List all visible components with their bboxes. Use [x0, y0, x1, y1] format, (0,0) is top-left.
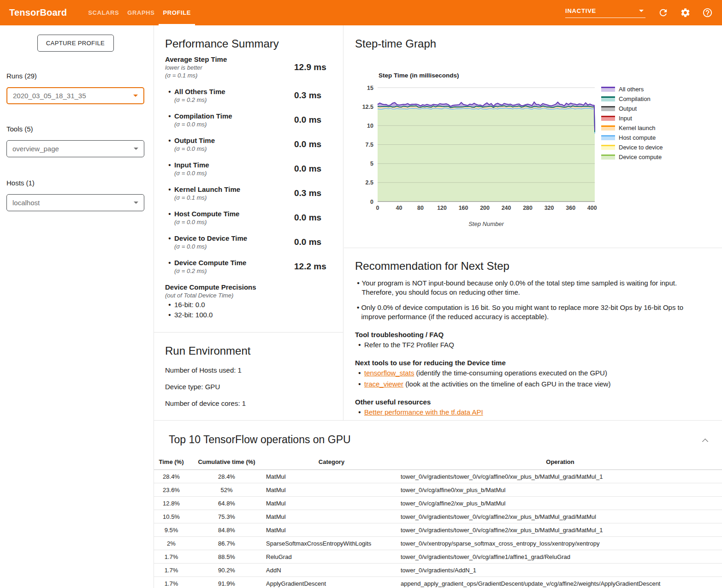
hosts-select-value: localhost: [12, 199, 40, 207]
bullet-item: •trace_viewer (look at the activities on…: [355, 380, 704, 389]
legend-item: Device to device: [601, 143, 663, 152]
svg-text:80: 80: [417, 205, 424, 211]
collapse-chevron-up-icon[interactable]: [702, 438, 708, 445]
metric-item: • Device to Device Time (σ = 0.0 ms) 0.0…: [165, 234, 332, 250]
metric-item: • Output Time (σ = 0.0 ms) 0.0 ms: [165, 136, 332, 153]
legend-swatch-icon: [601, 145, 615, 150]
status-dropdown[interactable]: INACTIVE: [565, 7, 645, 18]
caret-down-icon: [639, 10, 644, 12]
legend-swatch-icon: [601, 96, 615, 101]
metric-value: 12.2 ms: [294, 261, 332, 272]
resource-link[interactable]: Better performance with the tf.data API: [364, 408, 483, 416]
status-dropdown-value: INACTIVE: [565, 7, 596, 14]
legend-item: Compilation: [601, 94, 663, 104]
table-row: 1.7%90.2% AddNtower_0/v/gradients/AddN_1: [154, 564, 722, 577]
legend-item: All others: [601, 84, 663, 94]
tool-link[interactable]: trace_viewer: [364, 380, 403, 388]
device-compute-precisions: Device Compute Precisions (out of Total …: [165, 283, 332, 320]
help-icon[interactable]: [702, 7, 713, 18]
top-ops-section: Top 10 TensorFlow operations on GPU Time…: [154, 420, 722, 588]
run-env-line: Number of device cores: 1: [165, 399, 332, 407]
bullet: •: [165, 160, 174, 177]
metric-item: • All Others Time (σ = 0.2 ms) 0.3 ms: [165, 87, 332, 104]
svg-text:40: 40: [396, 205, 402, 211]
tools-select[interactable]: overview_page: [6, 140, 144, 157]
bullet: •: [165, 258, 174, 275]
bullet-item: •Refer to the TF2 Profiler FAQ: [355, 340, 704, 350]
metric-average-step-time: Average Step Time lower is better (σ = 0…: [165, 55, 332, 79]
metric-value: 0.3 ms: [294, 90, 332, 101]
metric-value: 12.9 ms: [294, 62, 332, 72]
svg-text:120: 120: [437, 205, 447, 211]
metric-value: 0.3 ms: [294, 188, 332, 198]
svg-text:7.5: 7.5: [366, 142, 373, 148]
svg-text:Step Number: Step Number: [468, 220, 504, 227]
step-time-graph-title: Step-time Graph: [355, 37, 711, 50]
metric-value: 0.0 ms: [294, 139, 332, 149]
tab-scalars[interactable]: SCALARS: [84, 0, 123, 25]
refresh-icon[interactable]: [657, 7, 669, 18]
svg-text:320: 320: [544, 205, 554, 211]
metric-value: 0.0 ms: [294, 164, 332, 174]
chart-legend: All others Compilation Output Input Kern…: [601, 84, 663, 162]
next-tools-heading: Next tools to use for reducing the Devic…: [355, 359, 704, 367]
svg-text:10: 10: [367, 123, 373, 129]
legend-swatch-icon: [601, 125, 615, 131]
resources-heading: Other useful resources: [355, 398, 704, 406]
tools-select-value: overview_page: [12, 145, 59, 153]
metric-value: 0.0 ms: [294, 115, 332, 125]
bullet-item: •Only 0.0% of device computation is 16 b…: [355, 303, 704, 321]
table-row: 23.6%52% MatMultower_0/v/cg/affine0/xw_p…: [154, 483, 722, 497]
svg-text:200: 200: [480, 205, 490, 211]
svg-text:160: 160: [459, 205, 468, 211]
svg-text:5: 5: [370, 160, 373, 167]
tools-label: Tools (5): [6, 125, 144, 133]
run-environment-title: Run Environment: [165, 344, 332, 357]
main-content: Performance Summary Average Step Time lo…: [154, 25, 722, 588]
metric-value: 0.0 ms: [294, 237, 332, 247]
capture-profile-button[interactable]: CAPTURE PROFILE: [37, 35, 114, 52]
tab-graphs[interactable]: GRAPHS: [123, 0, 159, 25]
table-row: 10.5%75.3% MatMultower_0/v/gradients/tow…: [154, 510, 722, 523]
settings-icon[interactable]: [680, 7, 691, 18]
sidebar: CAPTURE PROFILE Runs (29) 2020_03_05_18_…: [0, 25, 154, 588]
runs-select[interactable]: 2020_03_05_18_31_35: [6, 87, 144, 104]
recommendation-title: Recommendation for Next Step: [355, 259, 704, 273]
metric-value: 0.0 ms: [294, 213, 332, 223]
top-ops-title: Top 10 TensorFlow operations on GPU: [169, 434, 722, 446]
metric-item: • Input Time (σ = 0.0 ms) 0.0 ms: [165, 160, 332, 177]
app-header: TensorBoard SCALARS GRAPHS PROFILE INACT…: [0, 0, 722, 25]
precision-item: •32-bit: 100.0: [165, 310, 332, 320]
hosts-select[interactable]: localhost: [6, 194, 144, 211]
runs-select-value: 2020_03_05_18_31_35: [13, 92, 86, 100]
divider: [154, 332, 343, 333]
bullet: •: [165, 136, 174, 153]
svg-text:0: 0: [376, 205, 379, 211]
table-row: 28.4%28.4% MatMultower_0/v/gradients/tow…: [154, 470, 722, 483]
table-row: 1.7%88.5% ReluGradtower_0/v/gradients/to…: [154, 550, 722, 564]
runs-label: Runs (29): [6, 72, 144, 80]
metric-item: • Device Compute Time (σ = 0.2 ms) 12.2 …: [165, 258, 332, 275]
bullet: •: [165, 112, 174, 128]
svg-text:240: 240: [502, 205, 511, 211]
legend-swatch-icon: [601, 116, 615, 121]
bullet: •: [165, 87, 174, 104]
bullet-item: •Your program is NOT input-bound because…: [355, 279, 704, 297]
legend-swatch-icon: [601, 106, 615, 111]
step-time-graph-section: Step-time Graph Step Time (in millisecon…: [344, 25, 722, 420]
bullet: •: [165, 234, 174, 250]
header-actions: INACTIVE: [565, 0, 718, 25]
table-row: 12.8%64.8% MatMultower_0/v/cg/affine2/xw…: [154, 497, 722, 510]
caret-down-icon: [134, 148, 138, 150]
nav-tabs: SCALARS GRAPHS PROFILE: [84, 0, 195, 25]
tab-profile[interactable]: PROFILE: [159, 0, 195, 25]
performance-summary-title: Performance Summary: [165, 37, 332, 50]
top-ops-table: Time (%)Cumulative time (%)CategoryOpera…: [154, 457, 722, 588]
metric-list: • All Others Time (σ = 0.2 ms) 0.3 ms• C…: [165, 87, 332, 275]
tool-link[interactable]: tensorflow_stats: [364, 369, 414, 377]
metric-item: • Kernel Launch Time (σ = 0.1 ms) 0.3 ms: [165, 185, 332, 202]
performance-summary-section: Performance Summary Average Step Time lo…: [154, 25, 343, 420]
table-column-header: Category: [265, 457, 398, 470]
run-env-line: Device type: GPU: [165, 383, 332, 391]
table-row: 9.5%84.8% MatMultower_0/v/gradients/towe…: [154, 523, 722, 537]
